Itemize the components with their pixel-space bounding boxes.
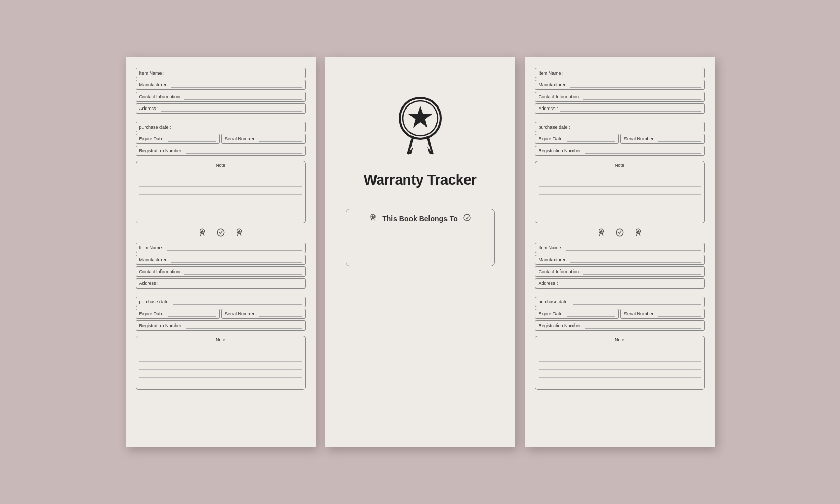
r-expire-serial-row-2: Expire Date : Serial Number : xyxy=(535,309,705,319)
r-contact-line-1 xyxy=(583,94,701,100)
r-icons-row-1 xyxy=(535,227,705,238)
r-medal-icon-1 xyxy=(596,227,606,238)
note-line xyxy=(139,212,302,220)
manufacturer-row-1: Manufacturer : xyxy=(136,80,306,90)
r-serial-number-label-1: Serial Number : xyxy=(624,136,656,141)
address-row-1: Address : xyxy=(136,103,306,114)
r-item-name-row-2: Item Name : xyxy=(535,243,705,253)
note-line xyxy=(539,196,701,203)
note-lines-1 xyxy=(136,169,305,223)
r-manufacturer-row-2: Manufacturer : xyxy=(535,255,705,265)
r-expire-date-label-2: Expire Date : xyxy=(539,311,565,316)
note-header-1: Note xyxy=(136,161,305,169)
r-note-header-2: Note xyxy=(535,336,704,344)
serial-number-label-1: Serial Number : xyxy=(225,136,257,141)
r-expire-date-row-2: Expire Date : xyxy=(535,309,619,319)
serial-number-row-2: Serial Number : xyxy=(221,309,306,319)
r-expire-date-row-1: Expire Date : xyxy=(535,134,619,144)
expire-date-row-2: Expire Date : xyxy=(136,309,220,319)
check-icon-1 xyxy=(216,227,226,238)
expire-date-line-1 xyxy=(168,136,216,142)
purchase-date-label-2: purchase date : xyxy=(139,299,171,304)
address-row-2: Address : xyxy=(136,278,306,289)
manufacturer-line-2 xyxy=(171,257,302,263)
r-manufacturer-label-2: Manufacturer : xyxy=(539,257,568,262)
r-expire-date-line-1 xyxy=(567,136,615,142)
registration-row-2: Registration Number : xyxy=(136,320,306,331)
manufacturer-label-1: Manufacturer : xyxy=(139,82,169,87)
r-manufacturer-label-1: Manufacturer : xyxy=(539,82,568,87)
svg-line-29 xyxy=(639,233,640,236)
item-name-line-2 xyxy=(167,245,302,251)
note-line xyxy=(139,379,302,386)
note-line xyxy=(139,188,302,195)
expire-serial-row-1: Expire Date : Serial Number : xyxy=(136,134,306,144)
r-item-name-row-1: Item Name : xyxy=(535,68,705,78)
r-address-line-1 xyxy=(560,105,701,112)
r-check-icon-1 xyxy=(615,227,625,238)
pages-container: Item Name : Manufacturer : Contact Infor… xyxy=(126,57,715,447)
r-contact-row-2: Contact Information : xyxy=(535,266,705,277)
expire-serial-row-2: Expire Date : Serial Number : xyxy=(136,309,306,319)
item-name-line-1 xyxy=(167,70,302,76)
note-line xyxy=(539,346,701,353)
r-address-row-1: Address : xyxy=(535,103,705,114)
note-line xyxy=(539,379,701,386)
note-line xyxy=(539,371,701,378)
center-page: Warranty Tracker This Book Belongs To xyxy=(325,57,515,447)
svg-line-2 xyxy=(200,233,201,236)
contact-line-2 xyxy=(184,268,301,275)
item-name-label-2: Item Name : xyxy=(139,245,165,250)
r-address-label-1: Address : xyxy=(539,106,558,111)
serial-number-label-2: Serial Number : xyxy=(225,311,257,316)
r-item-name-label-1: Item Name : xyxy=(539,70,564,76)
note-line xyxy=(139,371,302,378)
r-registration-label-2: Registration Number : xyxy=(539,323,584,328)
purchase-date-label-1: purchase date : xyxy=(139,124,171,130)
r-address-row-2: Address : xyxy=(535,278,705,289)
svg-line-7 xyxy=(237,233,238,236)
svg-marker-27 xyxy=(636,230,640,233)
expire-date-label-1: Expire Date : xyxy=(139,136,166,141)
manufacturer-line-1 xyxy=(171,82,302,88)
r-purchase-date-label-2: purchase date : xyxy=(539,299,570,304)
contact-label-2: Contact Information : xyxy=(139,269,183,274)
svg-line-24 xyxy=(602,233,603,236)
item-name-row-1: Item Name : xyxy=(136,68,306,78)
r-registration-row-2: Registration Number : xyxy=(535,320,705,331)
r-registration-label-1: Registration Number : xyxy=(539,148,584,153)
r-note-lines-1 xyxy=(535,169,704,223)
purchase-date-row-1: purchase date : xyxy=(136,122,306,132)
r-contact-row-1: Contact Information : xyxy=(535,92,705,102)
belongs-line-3 xyxy=(352,251,488,261)
svg-marker-1 xyxy=(200,230,204,233)
address-label-1: Address : xyxy=(139,106,159,111)
purchase-date-line-2 xyxy=(173,299,302,305)
r-manufacturer-line-2 xyxy=(570,257,701,263)
note-section-2: Note xyxy=(136,336,306,390)
r-registration-line-1 xyxy=(585,148,701,154)
note-line xyxy=(139,179,302,187)
r-serial-number-row-1: Serial Number : xyxy=(620,134,705,144)
manufacturer-row-2: Manufacturer : xyxy=(136,255,306,265)
note-line xyxy=(139,204,302,211)
svg-marker-11 xyxy=(408,106,432,128)
svg-point-20 xyxy=(464,214,470,221)
purchase-date-row-2: purchase date : xyxy=(136,297,306,307)
registration-label-1: Registration Number : xyxy=(139,148,185,153)
belongs-to-box: This Book Belongs To xyxy=(346,209,495,266)
note-line xyxy=(139,171,302,178)
serial-number-line-1 xyxy=(259,136,302,142)
contact-row-2: Contact Information : xyxy=(136,266,306,277)
note-line xyxy=(139,354,302,362)
r-serial-number-line-1 xyxy=(658,136,701,142)
item-name-row-2: Item Name : xyxy=(136,243,306,253)
expire-date-label-2: Expire Date : xyxy=(139,311,166,316)
left-section-2: Item Name : Manufacturer : Contact Infor… xyxy=(136,243,306,289)
r-registration-row-1: Registration Number : xyxy=(535,146,705,156)
r-contact-line-2 xyxy=(583,268,701,275)
r-manufacturer-line-1 xyxy=(570,82,701,88)
r-note-lines-2 xyxy=(535,344,704,389)
r-purchase-date-row-1: purchase date : xyxy=(535,122,705,132)
item-name-label-1: Item Name : xyxy=(139,70,165,76)
